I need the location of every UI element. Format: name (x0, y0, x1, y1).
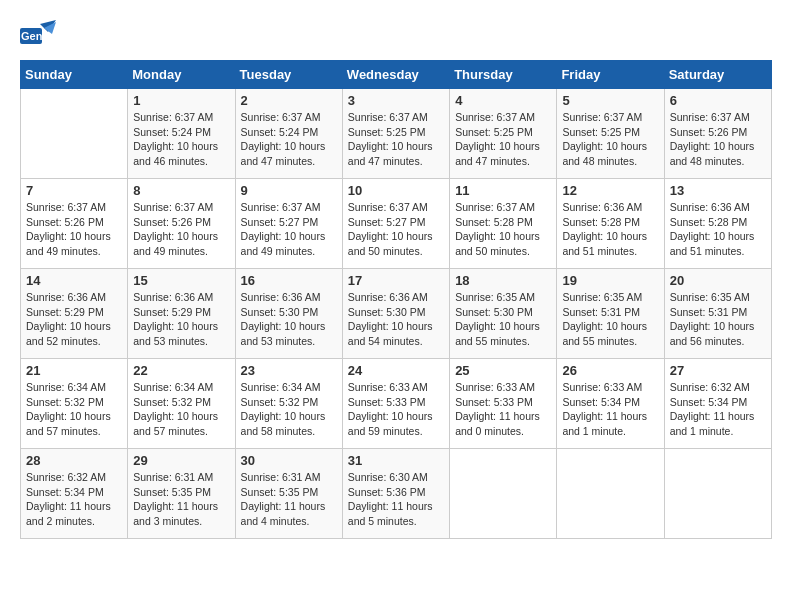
calendar-cell: 12Sunrise: 6:36 AM Sunset: 5:28 PM Dayli… (557, 179, 664, 269)
calendar-cell: 16Sunrise: 6:36 AM Sunset: 5:30 PM Dayli… (235, 269, 342, 359)
day-number: 23 (241, 363, 337, 378)
day-info: Sunrise: 6:37 AM Sunset: 5:24 PM Dayligh… (241, 110, 337, 169)
header-tuesday: Tuesday (235, 61, 342, 89)
day-number: 8 (133, 183, 229, 198)
calendar-cell (664, 449, 771, 539)
calendar-cell: 14Sunrise: 6:36 AM Sunset: 5:29 PM Dayli… (21, 269, 128, 359)
day-number: 4 (455, 93, 551, 108)
calendar-cell: 19Sunrise: 6:35 AM Sunset: 5:31 PM Dayli… (557, 269, 664, 359)
day-number: 2 (241, 93, 337, 108)
calendar-cell: 30Sunrise: 6:31 AM Sunset: 5:35 PM Dayli… (235, 449, 342, 539)
day-number: 14 (26, 273, 122, 288)
day-number: 11 (455, 183, 551, 198)
calendar-cell: 6Sunrise: 6:37 AM Sunset: 5:26 PM Daylig… (664, 89, 771, 179)
calendar-cell: 28Sunrise: 6:32 AM Sunset: 5:34 PM Dayli… (21, 449, 128, 539)
day-number: 13 (670, 183, 766, 198)
header-friday: Friday (557, 61, 664, 89)
calendar-cell: 11Sunrise: 6:37 AM Sunset: 5:28 PM Dayli… (450, 179, 557, 269)
calendar-cell: 2Sunrise: 6:37 AM Sunset: 5:24 PM Daylig… (235, 89, 342, 179)
day-number: 12 (562, 183, 658, 198)
calendar-cell: 1Sunrise: 6:37 AM Sunset: 5:24 PM Daylig… (128, 89, 235, 179)
day-info: Sunrise: 6:36 AM Sunset: 5:28 PM Dayligh… (562, 200, 658, 259)
logo-icon: Gene (20, 20, 56, 50)
day-number: 9 (241, 183, 337, 198)
day-info: Sunrise: 6:37 AM Sunset: 5:24 PM Dayligh… (133, 110, 229, 169)
header-saturday: Saturday (664, 61, 771, 89)
calendar-cell: 3Sunrise: 6:37 AM Sunset: 5:25 PM Daylig… (342, 89, 449, 179)
calendar-cell: 25Sunrise: 6:33 AM Sunset: 5:33 PM Dayli… (450, 359, 557, 449)
calendar-cell: 4Sunrise: 6:37 AM Sunset: 5:25 PM Daylig… (450, 89, 557, 179)
calendar-cell: 8Sunrise: 6:37 AM Sunset: 5:26 PM Daylig… (128, 179, 235, 269)
day-info: Sunrise: 6:33 AM Sunset: 5:33 PM Dayligh… (455, 380, 551, 439)
day-info: Sunrise: 6:36 AM Sunset: 5:29 PM Dayligh… (26, 290, 122, 349)
calendar-cell: 10Sunrise: 6:37 AM Sunset: 5:27 PM Dayli… (342, 179, 449, 269)
calendar-cell: 20Sunrise: 6:35 AM Sunset: 5:31 PM Dayli… (664, 269, 771, 359)
day-info: Sunrise: 6:32 AM Sunset: 5:34 PM Dayligh… (26, 470, 122, 529)
day-info: Sunrise: 6:35 AM Sunset: 5:31 PM Dayligh… (562, 290, 658, 349)
calendar-table: SundayMondayTuesdayWednesdayThursdayFrid… (20, 60, 772, 539)
day-info: Sunrise: 6:35 AM Sunset: 5:30 PM Dayligh… (455, 290, 551, 349)
day-info: Sunrise: 6:37 AM Sunset: 5:25 PM Dayligh… (562, 110, 658, 169)
header-sunday: Sunday (21, 61, 128, 89)
header-wednesday: Wednesday (342, 61, 449, 89)
day-info: Sunrise: 6:35 AM Sunset: 5:31 PM Dayligh… (670, 290, 766, 349)
calendar-week-row: 21Sunrise: 6:34 AM Sunset: 5:32 PM Dayli… (21, 359, 772, 449)
calendar-cell: 7Sunrise: 6:37 AM Sunset: 5:26 PM Daylig… (21, 179, 128, 269)
header-monday: Monday (128, 61, 235, 89)
day-info: Sunrise: 6:37 AM Sunset: 5:27 PM Dayligh… (241, 200, 337, 259)
day-info: Sunrise: 6:34 AM Sunset: 5:32 PM Dayligh… (241, 380, 337, 439)
calendar-cell: 31Sunrise: 6:30 AM Sunset: 5:36 PM Dayli… (342, 449, 449, 539)
day-info: Sunrise: 6:34 AM Sunset: 5:32 PM Dayligh… (133, 380, 229, 439)
day-info: Sunrise: 6:37 AM Sunset: 5:27 PM Dayligh… (348, 200, 444, 259)
calendar-cell: 29Sunrise: 6:31 AM Sunset: 5:35 PM Dayli… (128, 449, 235, 539)
day-number: 29 (133, 453, 229, 468)
day-number: 15 (133, 273, 229, 288)
calendar-cell: 18Sunrise: 6:35 AM Sunset: 5:30 PM Dayli… (450, 269, 557, 359)
calendar-cell: 21Sunrise: 6:34 AM Sunset: 5:32 PM Dayli… (21, 359, 128, 449)
day-info: Sunrise: 6:37 AM Sunset: 5:25 PM Dayligh… (348, 110, 444, 169)
day-info: Sunrise: 6:31 AM Sunset: 5:35 PM Dayligh… (133, 470, 229, 529)
day-number: 7 (26, 183, 122, 198)
day-info: Sunrise: 6:37 AM Sunset: 5:28 PM Dayligh… (455, 200, 551, 259)
day-info: Sunrise: 6:31 AM Sunset: 5:35 PM Dayligh… (241, 470, 337, 529)
calendar-header-row: SundayMondayTuesdayWednesdayThursdayFrid… (21, 61, 772, 89)
day-number: 22 (133, 363, 229, 378)
calendar-cell: 22Sunrise: 6:34 AM Sunset: 5:32 PM Dayli… (128, 359, 235, 449)
svg-text:Gene: Gene (21, 30, 49, 42)
day-info: Sunrise: 6:36 AM Sunset: 5:28 PM Dayligh… (670, 200, 766, 259)
day-info: Sunrise: 6:30 AM Sunset: 5:36 PM Dayligh… (348, 470, 444, 529)
day-number: 21 (26, 363, 122, 378)
calendar-week-row: 14Sunrise: 6:36 AM Sunset: 5:29 PM Dayli… (21, 269, 772, 359)
header-thursday: Thursday (450, 61, 557, 89)
day-number: 18 (455, 273, 551, 288)
day-number: 28 (26, 453, 122, 468)
day-info: Sunrise: 6:34 AM Sunset: 5:32 PM Dayligh… (26, 380, 122, 439)
day-number: 19 (562, 273, 658, 288)
day-number: 26 (562, 363, 658, 378)
day-number: 25 (455, 363, 551, 378)
calendar-cell: 15Sunrise: 6:36 AM Sunset: 5:29 PM Dayli… (128, 269, 235, 359)
calendar-cell: 26Sunrise: 6:33 AM Sunset: 5:34 PM Dayli… (557, 359, 664, 449)
day-number: 3 (348, 93, 444, 108)
calendar-week-row: 7Sunrise: 6:37 AM Sunset: 5:26 PM Daylig… (21, 179, 772, 269)
day-info: Sunrise: 6:37 AM Sunset: 5:26 PM Dayligh… (133, 200, 229, 259)
day-number: 27 (670, 363, 766, 378)
day-info: Sunrise: 6:36 AM Sunset: 5:29 PM Dayligh… (133, 290, 229, 349)
calendar-cell (21, 89, 128, 179)
calendar-cell: 5Sunrise: 6:37 AM Sunset: 5:25 PM Daylig… (557, 89, 664, 179)
calendar-cell: 23Sunrise: 6:34 AM Sunset: 5:32 PM Dayli… (235, 359, 342, 449)
day-number: 10 (348, 183, 444, 198)
calendar-week-row: 28Sunrise: 6:32 AM Sunset: 5:34 PM Dayli… (21, 449, 772, 539)
day-number: 17 (348, 273, 444, 288)
day-info: Sunrise: 6:37 AM Sunset: 5:26 PM Dayligh… (670, 110, 766, 169)
day-info: Sunrise: 6:33 AM Sunset: 5:34 PM Dayligh… (562, 380, 658, 439)
day-info: Sunrise: 6:33 AM Sunset: 5:33 PM Dayligh… (348, 380, 444, 439)
calendar-cell: 17Sunrise: 6:36 AM Sunset: 5:30 PM Dayli… (342, 269, 449, 359)
calendar-cell: 13Sunrise: 6:36 AM Sunset: 5:28 PM Dayli… (664, 179, 771, 269)
page-header: Gene (20, 20, 772, 50)
day-info: Sunrise: 6:37 AM Sunset: 5:25 PM Dayligh… (455, 110, 551, 169)
day-info: Sunrise: 6:36 AM Sunset: 5:30 PM Dayligh… (241, 290, 337, 349)
calendar-cell: 9Sunrise: 6:37 AM Sunset: 5:27 PM Daylig… (235, 179, 342, 269)
logo: Gene (20, 20, 60, 50)
day-number: 16 (241, 273, 337, 288)
